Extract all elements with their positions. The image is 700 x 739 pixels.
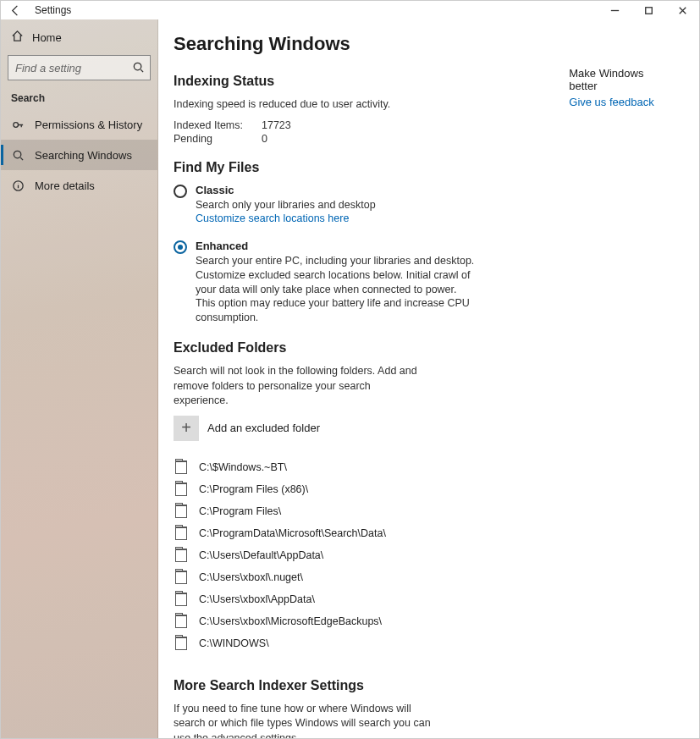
sidebar-home[interactable]: Home [1, 25, 157, 50]
folder-icon [175, 460, 187, 474]
close-button[interactable] [665, 1, 699, 19]
folder-icon [175, 593, 187, 606]
back-button[interactable] [1, 1, 30, 19]
excluded-folder-item[interactable]: C:\Users\xboxl\AppData\ [174, 588, 559, 610]
excluded-folder-item[interactable]: C:\ProgramData\Microsoft\Search\Data\ [174, 522, 559, 544]
give-feedback-link[interactable]: Give us feedback [569, 96, 674, 108]
folder-icon [175, 527, 187, 540]
indexed-items-value: 17723 [262, 119, 291, 131]
pending-label: Pending [174, 133, 250, 145]
page-title: Searching Windows [174, 33, 559, 55]
option-desc: Search only your libraries and desktop [196, 198, 376, 212]
sidebar-item-more-details[interactable]: More details [1, 170, 157, 201]
sidebar-section-heading: Search [1, 87, 157, 109]
excluded-note: Search will not look in the following fo… [174, 364, 427, 409]
excluded-folder-path: C:\Users\xboxl\AppData\ [199, 593, 315, 605]
svg-point-3 [14, 151, 20, 157]
content-area: Searching Windows Indexing Status Indexi… [158, 19, 699, 738]
more-indexer-note: If you need to fine tune how or where Wi… [174, 702, 436, 738]
section-excluded-folders: Excluded Folders [174, 340, 559, 356]
search-input[interactable] [8, 57, 179, 80]
pending-value: 0 [262, 133, 267, 145]
excluded-folder-path: C:\$Windows.~BT\ [199, 461, 287, 473]
sidebar: Home Search Permissions & History Sear [1, 19, 158, 738]
home-icon [11, 30, 24, 45]
customize-search-locations-link[interactable]: Customize search locations here [196, 212, 376, 224]
titlebar: Settings [1, 1, 699, 19]
excluded-folder-list: C:\$Windows.~BT\C:\Program Files (x86)\C… [174, 456, 559, 654]
minimize-button[interactable] [598, 1, 631, 19]
add-excluded-folder-label: Add an excluded folder [207, 422, 320, 434]
sidebar-item-label: Searching Windows [35, 149, 132, 162]
indexing-note: Indexing speed is reduced due to user ac… [174, 97, 559, 113]
excluded-folder-item[interactable]: C:\Program Files (x86)\ [174, 478, 559, 500]
right-rail-title: Make Windows better [569, 67, 674, 92]
folder-icon [175, 571, 187, 584]
svg-point-2 [13, 123, 18, 128]
folder-icon [175, 637, 187, 650]
radio-icon [174, 240, 187, 254]
excluded-folder-path: C:\Users\xboxl\MicrosoftEdgeBackups\ [199, 615, 382, 627]
option-desc: Search your entire PC, including your li… [196, 254, 475, 325]
section-indexing-status: Indexing Status [174, 74, 559, 89]
excluded-folder-item[interactable]: C:\Users\Default\AppData\ [174, 544, 559, 566]
option-title: Enhanced [196, 240, 475, 252]
sidebar-search[interactable] [8, 55, 151, 80]
minimize-icon [609, 4, 621, 17]
excluded-folder-item[interactable]: C:\Users\xboxl\MicrosoftEdgeBackups\ [174, 610, 559, 632]
excluded-folder-item[interactable]: C:\Program Files\ [174, 500, 559, 522]
excluded-folder-path: C:\Program Files\ [199, 505, 281, 517]
add-excluded-folder[interactable]: + Add an excluded folder [174, 416, 559, 441]
excluded-folder-item[interactable]: C:\$Windows.~BT\ [174, 456, 559, 478]
titlebar-title: Settings [30, 4, 71, 16]
excluded-folder-item[interactable]: C:\Users\xboxl\.nuget\ [174, 566, 559, 588]
info-icon [11, 179, 25, 192]
sidebar-item-label: More details [35, 179, 95, 192]
maximize-button[interactable] [631, 1, 665, 19]
excluded-folder-path: C:\WINDOWS\ [199, 637, 269, 649]
indexed-items-label: Indexed Items: [174, 119, 250, 131]
folder-icon [175, 615, 187, 628]
sidebar-item-permissions-history[interactable]: Permissions & History [1, 109, 157, 140]
excluded-folder-path: C:\Program Files (x86)\ [199, 483, 308, 495]
folder-icon [175, 549, 187, 562]
excluded-folder-path: C:\Users\xboxl\.nuget\ [199, 571, 303, 583]
section-more-indexer-settings: More Search Indexer Settings [174, 678, 559, 693]
folder-icon [175, 505, 187, 518]
svg-point-1 [134, 63, 141, 70]
settings-window: Settings Home [0, 0, 700, 739]
plus-icon: + [174, 416, 199, 441]
excluded-folder-item[interactable]: C:\WINDOWS\ [174, 632, 559, 654]
sidebar-home-label: Home [32, 31, 62, 44]
close-icon [676, 4, 689, 17]
svg-rect-0 [645, 7, 652, 14]
permissions-icon [11, 119, 25, 131]
radio-option-enhanced[interactable]: Enhanced Search your entire PC, includin… [174, 240, 559, 325]
sidebar-item-label: Permissions & History [35, 119, 142, 131]
option-title: Classic [196, 184, 376, 196]
search-icon [132, 61, 145, 76]
search-icon [11, 149, 25, 162]
excluded-folder-path: C:\Users\Default\AppData\ [199, 549, 323, 561]
excluded-folder-path: C:\ProgramData\Microsoft\Search\Data\ [199, 527, 386, 539]
sidebar-item-searching-windows[interactable]: Searching Windows [1, 140, 157, 170]
back-arrow-icon [9, 4, 22, 17]
folder-icon [175, 483, 187, 496]
radio-option-classic[interactable]: Classic Search only your libraries and d… [174, 184, 559, 224]
right-rail: Make Windows better Give us feedback [559, 28, 674, 713]
window-controls [598, 1, 699, 19]
maximize-icon [642, 4, 655, 17]
radio-icon [174, 185, 187, 198]
section-find-my-files: Find My Files [174, 160, 559, 175]
